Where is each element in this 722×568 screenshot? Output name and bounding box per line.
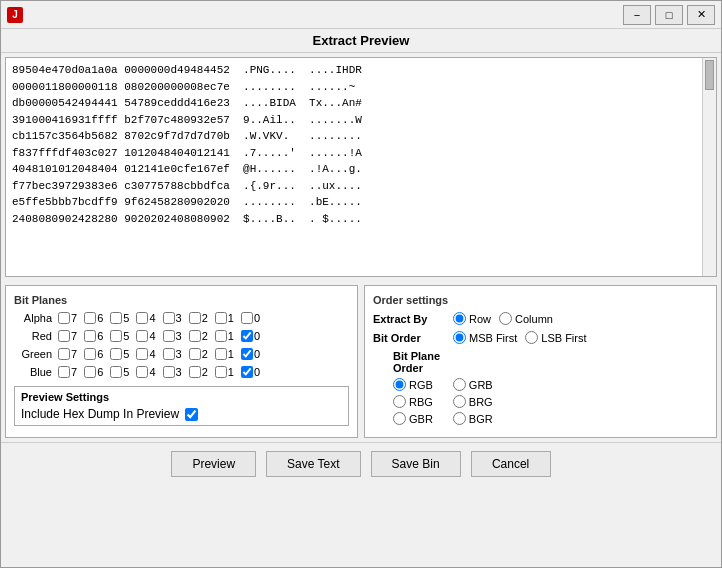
bit-blue-0: 0 bbox=[241, 366, 260, 378]
bit-plane-order-label: Bit Plane Order bbox=[373, 350, 453, 374]
bit-label-blue-0: 0 bbox=[254, 366, 260, 378]
checkbox-green-0[interactable] bbox=[241, 348, 253, 360]
bit-red-3: 3 bbox=[163, 330, 182, 342]
lsb-first-radio[interactable] bbox=[525, 331, 538, 344]
checkbox-blue-2[interactable] bbox=[189, 366, 201, 378]
checkbox-green-5[interactable] bbox=[110, 348, 122, 360]
bit-label-red-4: 4 bbox=[149, 330, 155, 342]
checkbox-blue-4[interactable] bbox=[136, 366, 148, 378]
extract-by-column-label: Column bbox=[515, 313, 553, 325]
checkbox-blue-0[interactable] bbox=[241, 366, 253, 378]
bit-order-group: MSB First LSB First bbox=[453, 331, 587, 344]
rbg-option: RBG bbox=[393, 395, 433, 408]
msb-first-radio[interactable] bbox=[453, 331, 466, 344]
bit-green-7: 7 bbox=[58, 348, 77, 360]
checkbox-alpha-1[interactable] bbox=[215, 312, 227, 324]
bit-planes-title: Bit Planes bbox=[14, 294, 349, 306]
bit-red-1: 1 bbox=[215, 330, 234, 342]
checkbox-alpha-7[interactable] bbox=[58, 312, 70, 324]
bit-plane-order-section: Bit Plane Order RGB GRB RBG bbox=[373, 350, 708, 425]
extract-by-row-label: Row bbox=[469, 313, 491, 325]
bit-label-green-4: 4 bbox=[149, 348, 155, 360]
bit-label-blue-1: 1 bbox=[228, 366, 234, 378]
bit-label-green-1: 1 bbox=[228, 348, 234, 360]
checkbox-red-1[interactable] bbox=[215, 330, 227, 342]
preview-button[interactable]: Preview bbox=[171, 451, 256, 477]
checkbox-alpha-2[interactable] bbox=[189, 312, 201, 324]
bit-label-blue-4: 4 bbox=[149, 366, 155, 378]
bit-label-alpha-6: 6 bbox=[97, 312, 103, 324]
checkbox-alpha-5[interactable] bbox=[110, 312, 122, 324]
gbr-radio[interactable] bbox=[393, 412, 406, 425]
checkbox-red-3[interactable] bbox=[163, 330, 175, 342]
hex-dump-checkbox[interactable] bbox=[185, 408, 198, 421]
bit-green-6: 6 bbox=[84, 348, 103, 360]
bit-row-blue: Blue76543210 bbox=[14, 366, 349, 378]
bit-alpha-4: 4 bbox=[136, 312, 155, 324]
checkbox-red-2[interactable] bbox=[189, 330, 201, 342]
grb-option: GRB bbox=[453, 378, 493, 391]
checkbox-alpha-4[interactable] bbox=[136, 312, 148, 324]
minimize-button[interactable]: − bbox=[623, 5, 651, 25]
bit-blue-6: 6 bbox=[84, 366, 103, 378]
maximize-button[interactable]: □ bbox=[655, 5, 683, 25]
bit-label-alpha-3: 3 bbox=[176, 312, 182, 324]
extract-by-row: Extract By Row Column bbox=[373, 312, 708, 325]
bit-row-alpha: Alpha76543210 bbox=[14, 312, 349, 324]
checkbox-blue-1[interactable] bbox=[215, 366, 227, 378]
checkbox-blue-3[interactable] bbox=[163, 366, 175, 378]
bit-blue-7: 7 bbox=[58, 366, 77, 378]
checkbox-green-3[interactable] bbox=[163, 348, 175, 360]
bit-planes-panel: Bit Planes Alpha76543210Red76543210Green… bbox=[5, 285, 358, 438]
cancel-button[interactable]: Cancel bbox=[471, 451, 551, 477]
checkbox-blue-7[interactable] bbox=[58, 366, 70, 378]
bit-label-alpha-7: 7 bbox=[71, 312, 77, 324]
bit-blue-1: 1 bbox=[215, 366, 234, 378]
msb-first-label: MSB First bbox=[469, 332, 517, 344]
bgr-radio[interactable] bbox=[453, 412, 466, 425]
bit-label-green-7: 7 bbox=[71, 348, 77, 360]
preview-content[interactable]: 89504e470d0a1a0a 0000000d49484452 .PNG..… bbox=[6, 58, 716, 276]
lsb-first-option: LSB First bbox=[525, 331, 586, 344]
bit-red-5: 5 bbox=[110, 330, 129, 342]
bit-alpha-6: 6 bbox=[84, 312, 103, 324]
extract-by-column-radio[interactable] bbox=[499, 312, 512, 325]
bit-blue-4: 4 bbox=[136, 366, 155, 378]
bit-red-6: 6 bbox=[84, 330, 103, 342]
save-text-button[interactable]: Save Text bbox=[266, 451, 360, 477]
extract-by-row-radio[interactable] bbox=[453, 312, 466, 325]
checkbox-red-5[interactable] bbox=[110, 330, 122, 342]
bit-order-label: Bit Order bbox=[373, 332, 453, 344]
checkbox-red-7[interactable] bbox=[58, 330, 70, 342]
extract-by-group: Row Column bbox=[453, 312, 553, 325]
bit-label-blue-2: 2 bbox=[202, 366, 208, 378]
checkbox-green-1[interactable] bbox=[215, 348, 227, 360]
scrollbar[interactable] bbox=[702, 58, 716, 276]
title-bar-controls: − □ ✕ bbox=[623, 5, 715, 25]
bit-label-red-6: 6 bbox=[97, 330, 103, 342]
checkbox-red-6[interactable] bbox=[84, 330, 96, 342]
checkbox-green-4[interactable] bbox=[136, 348, 148, 360]
checkbox-green-7[interactable] bbox=[58, 348, 70, 360]
checkbox-blue-5[interactable] bbox=[110, 366, 122, 378]
lower-section: Bit Planes Alpha76543210Red76543210Green… bbox=[1, 281, 721, 442]
brg-radio[interactable] bbox=[453, 395, 466, 408]
rgb-radio[interactable] bbox=[393, 378, 406, 391]
rbg-radio[interactable] bbox=[393, 395, 406, 408]
checkbox-red-4[interactable] bbox=[136, 330, 148, 342]
rbg-label: RBG bbox=[409, 396, 433, 408]
bit-label-green-2: 2 bbox=[202, 348, 208, 360]
close-button[interactable]: ✕ bbox=[687, 5, 715, 25]
checkbox-green-2[interactable] bbox=[189, 348, 201, 360]
scrollbar-thumb[interactable] bbox=[705, 60, 714, 90]
checkbox-red-0[interactable] bbox=[241, 330, 253, 342]
bit-label-blue-3: 3 bbox=[176, 366, 182, 378]
save-bin-button[interactable]: Save Bin bbox=[371, 451, 461, 477]
checkbox-blue-6[interactable] bbox=[84, 366, 96, 378]
checkbox-green-6[interactable] bbox=[84, 348, 96, 360]
checkbox-alpha-3[interactable] bbox=[163, 312, 175, 324]
checkbox-alpha-6[interactable] bbox=[84, 312, 96, 324]
bit-label-alpha-0: 0 bbox=[254, 312, 260, 324]
grb-radio[interactable] bbox=[453, 378, 466, 391]
checkbox-alpha-0[interactable] bbox=[241, 312, 253, 324]
